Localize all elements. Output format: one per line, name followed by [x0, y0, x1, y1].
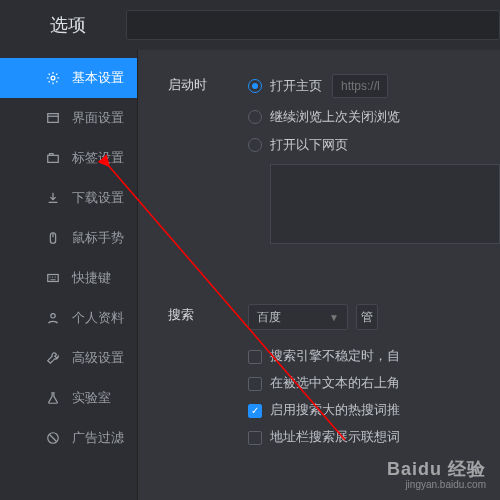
page-title: 选项	[0, 13, 86, 37]
download-icon	[46, 191, 60, 205]
gear-icon	[46, 71, 60, 85]
sidebar-item-3[interactable]: 下载设置	[0, 178, 137, 218]
radio-label: 继续浏览上次关闭浏览	[270, 108, 400, 126]
homepage-url-input[interactable]	[332, 74, 388, 98]
search-engine-select[interactable]: 百度 ▼	[248, 304, 348, 330]
window-icon	[46, 111, 60, 125]
search-check-0[interactable]	[248, 350, 262, 364]
svg-rect-6	[48, 275, 59, 282]
sidebar-item-8[interactable]: 实验室	[0, 378, 137, 418]
sidebar-item-label: 界面设置	[72, 109, 124, 127]
mouse-icon	[46, 231, 60, 245]
flask-icon	[46, 391, 60, 405]
check-label: 启用搜索大的热搜词推	[270, 402, 400, 419]
sidebar-item-2[interactable]: 标签设置	[0, 138, 137, 178]
sidebar-item-5[interactable]: 快捷键	[0, 258, 137, 298]
radio-continue-last[interactable]	[248, 110, 262, 124]
svg-rect-3	[48, 155, 59, 162]
main-panel: 启动时 打开主页 继续浏览上次关闭浏览 打开以下网页	[137, 50, 500, 500]
manage-engines-button[interactable]: 管	[356, 304, 378, 330]
svg-point-7	[51, 314, 55, 318]
sidebar-item-label: 实验室	[72, 389, 111, 407]
check-label: 地址栏搜索展示联想词	[270, 429, 400, 446]
search-label: 搜索	[168, 304, 248, 324]
search-check-2[interactable]	[248, 404, 262, 418]
profile-icon	[46, 311, 60, 325]
svg-point-0	[51, 76, 55, 80]
header-search-input[interactable]	[126, 10, 500, 40]
check-label: 搜索引擎不稳定时，自	[270, 348, 400, 365]
startup-label: 启动时	[168, 74, 248, 94]
block-icon	[46, 431, 60, 445]
sidebar-item-label: 下载设置	[72, 189, 124, 207]
keyboard-icon	[46, 271, 60, 285]
sidebar-item-label: 基本设置	[72, 69, 124, 87]
sidebar-item-1[interactable]: 界面设置	[0, 98, 137, 138]
select-value: 百度	[257, 309, 281, 326]
sidebar-item-7[interactable]: 高级设置	[0, 338, 137, 378]
radio-open-pages[interactable]	[248, 138, 262, 152]
startup-pages-textarea[interactable]	[270, 164, 500, 244]
wrench-icon	[46, 351, 60, 365]
sidebar-item-label: 标签设置	[72, 149, 124, 167]
svg-line-9	[50, 435, 57, 442]
tabs-icon	[46, 151, 60, 165]
radio-label: 打开以下网页	[270, 136, 348, 154]
sidebar-item-label: 快捷键	[72, 269, 111, 287]
sidebar-item-4[interactable]: 鼠标手势	[0, 218, 137, 258]
check-label: 在被选中文本的右上角	[270, 375, 400, 392]
search-check-3[interactable]	[248, 431, 262, 445]
svg-rect-1	[48, 114, 59, 123]
chevron-down-icon: ▼	[329, 312, 339, 323]
search-check-1[interactable]	[248, 377, 262, 391]
sidebar-item-label: 个人资料	[72, 309, 124, 327]
sidebar: 基本设置界面设置标签设置下载设置鼠标手势快捷键个人资料高级设置实验室广告过滤	[0, 50, 137, 500]
radio-label: 打开主页	[270, 77, 322, 95]
sidebar-item-label: 高级设置	[72, 349, 124, 367]
sidebar-item-label: 广告过滤	[72, 429, 124, 447]
sidebar-item-0[interactable]: 基本设置	[0, 58, 137, 98]
radio-open-homepage[interactable]	[248, 79, 262, 93]
sidebar-item-6[interactable]: 个人资料	[0, 298, 137, 338]
sidebar-item-label: 鼠标手势	[72, 229, 124, 247]
sidebar-item-9[interactable]: 广告过滤	[0, 418, 137, 458]
